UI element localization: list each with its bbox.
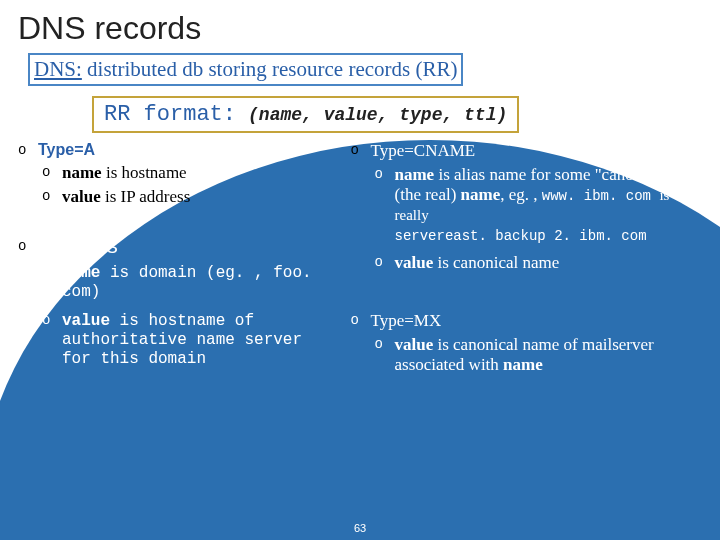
type-cname-block: Type=CNAME name is alias name for some "… [351,141,703,273]
slide: DNS records DNS: distributed db storing … [0,0,720,540]
cname-code2: servereast. backup 2. ibm. com [395,228,647,244]
type-cname-head: Type=CNAME [371,141,476,160]
rr-format-code: (name, value, type, ttl) [248,105,507,125]
type-a-block: Type=A name is hostname value is IP addr… [18,141,339,207]
cname-l1c: name [461,185,501,204]
type-ns-value-bold: value [62,312,110,330]
two-column-layout: Type=A name is hostname value is IP addr… [18,141,702,379]
subtitle-rest: distributed db storing resource records … [82,57,458,81]
slide-title: DNS records [18,10,702,47]
rr-format-box: RR format: (name, value, type, ttl) [92,96,519,133]
subtitle-box: DNS: distributed db storing resource rec… [28,53,463,86]
cname-value-rest: is canonical name [433,253,559,272]
type-mx-block: Type=MX value is canonical name of mails… [351,311,703,375]
type-ns-name-bold: name [62,264,100,282]
cname-value-bold: value [395,253,434,272]
right-column: Type=CNAME name is alias name for some "… [351,141,703,379]
left-column: Type=A name is hostname value is IP addr… [18,141,343,379]
cname-name-bold: name [395,165,435,184]
type-a-name-rest: is hostname [102,163,187,182]
mx-l1c: name [503,355,543,374]
cname-code1: www. ibm. com [542,188,660,204]
type-mx-head: Type=MX [371,311,442,330]
slide-number: 63 [354,522,366,534]
cname-l1d: , eg. , [500,185,542,204]
mx-value-bold: value [395,335,434,354]
type-a-value-bold: value [62,187,101,206]
rr-format-label: RR format: [104,102,236,127]
type-ns-head: Type=NS [38,237,118,259]
content-area: DNS records DNS: distributed db storing … [0,0,720,379]
type-a-value-rest: is IP address [101,187,191,206]
subtitle-dns: DNS: [34,57,82,81]
type-ns-name-rest: is domain (eg. , foo. com) [62,264,312,301]
type-a-head: Type=A [38,141,95,158]
type-a-name-bold: name [62,163,102,182]
type-ns-block: Type=NS name is domain (eg. , foo. com) … [18,237,339,368]
